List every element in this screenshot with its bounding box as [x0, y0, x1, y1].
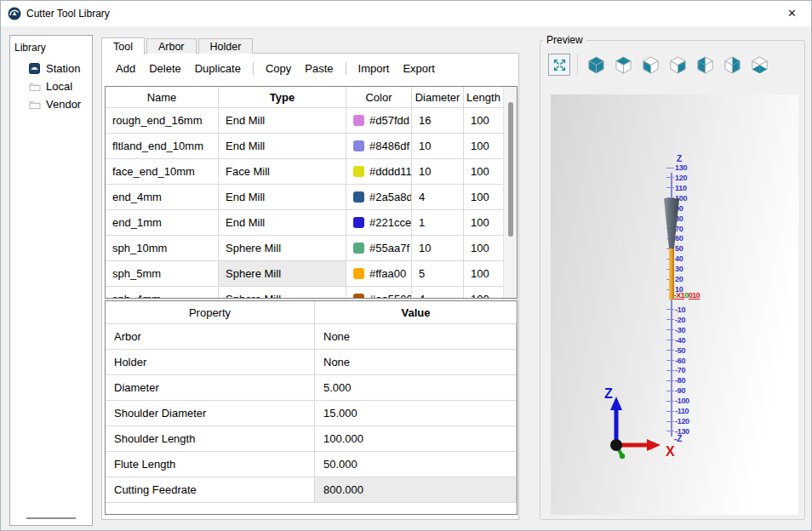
tick-label: -80: [675, 376, 685, 385]
cell-name: sph_5mm: [106, 261, 219, 286]
column-header-length: Length: [464, 87, 503, 107]
sidebar-item-station[interactable]: Station: [10, 60, 92, 77]
isometric-view-icon: [586, 55, 606, 75]
property-row[interactable]: ArborNone: [106, 324, 517, 350]
fit-view-button[interactable]: [548, 54, 570, 76]
left-iso-view-button[interactable]: [694, 54, 716, 76]
tick-label: -100: [675, 397, 689, 405]
sidebar-item-local[interactable]: Local: [10, 77, 92, 95]
tick-mark: [666, 421, 674, 422]
tick-mark: [666, 197, 674, 198]
front-view-button[interactable]: [639, 54, 661, 76]
tick-mark: [666, 269, 674, 270]
table-row[interactable]: fltland_end_10mmEnd Mill#8486df10100: [106, 134, 517, 159]
copy-button[interactable]: Copy: [260, 60, 296, 77]
tick-mark: [666, 289, 674, 290]
top-view-button[interactable]: [612, 54, 634, 76]
import-button[interactable]: Import: [353, 60, 395, 77]
table-row[interactable]: face_end_10mmFace Mill#dddd1110100: [106, 159, 517, 185]
cell-diameter: 4: [412, 185, 464, 209]
library-tree: Station Local Vendor: [10, 60, 92, 113]
back-iso-view-button[interactable]: [721, 54, 743, 76]
cell-name: rough_end_16mm: [106, 108, 219, 133]
vertical-scrollbar[interactable]: [503, 87, 517, 298]
close-icon[interactable]: ✕: [773, 1, 811, 26]
tick-label: 130: [675, 163, 687, 172]
tick-label: -30: [675, 326, 685, 334]
property-table: PropertyValue ArborNoneHolderNoneDiamete…: [105, 300, 518, 515]
z-tick: -50: [666, 345, 685, 356]
table-row[interactable]: sph_5mmSphere Mill#ffaa005100: [106, 261, 517, 287]
toolbar-separator: [253, 62, 254, 75]
titlebar: Cutter Tool Library ✕: [1, 1, 811, 26]
sidebar-item-vendor[interactable]: Vendor: [10, 95, 92, 113]
triad-origin: [610, 439, 622, 451]
tick-label: 90: [675, 204, 683, 213]
column-header-name: Name: [106, 87, 219, 107]
tick-label: 120: [675, 174, 687, 182]
tick-mark: [666, 218, 674, 219]
export-button[interactable]: Export: [397, 60, 440, 77]
cell-color: #d57fdd: [346, 108, 412, 133]
property-value: None: [315, 324, 517, 349]
z-tick: 90: [666, 203, 683, 214]
tab-holder[interactable]: Holder: [198, 38, 254, 54]
tick-mark: [666, 238, 674, 239]
cell-length: 100: [464, 134, 503, 158]
tick-mark: [666, 279, 674, 280]
property-row[interactable]: HolderNone: [106, 350, 517, 375]
isometric-view-button[interactable]: [585, 54, 607, 76]
paste-button[interactable]: Paste: [300, 60, 338, 77]
cell-diameter: 16: [412, 108, 464, 133]
cell-name: face_end_10mm: [106, 159, 219, 184]
preview-viewport[interactable]: 130120110100908070605040302010-10-20-30-…: [551, 94, 798, 515]
table-row[interactable]: sph_4mmSphere Mill#aa55004100: [106, 287, 517, 299]
tab-tool[interactable]: Tool: [101, 37, 145, 54]
x-ruler-pos: 010: [689, 291, 700, 300]
cell-length: 100: [464, 185, 503, 209]
property-row[interactable]: Shoulder Length100.000: [106, 426, 517, 452]
column-header-diameter: Diameter: [412, 87, 464, 107]
tick-label: -50: [675, 346, 685, 355]
add-button[interactable]: Add: [111, 60, 140, 77]
tick-label: 60: [675, 234, 683, 243]
property-value: 15.000: [315, 401, 517, 425]
y-axis-tip: [620, 454, 625, 459]
property-row[interactable]: Cutting Feedrate800.000: [106, 477, 517, 503]
property-row[interactable]: Flute Length50.000: [106, 452, 517, 477]
tick-label: -120: [675, 417, 689, 425]
table-row[interactable]: rough_end_16mmEnd Mill#d57fdd16100: [106, 108, 517, 134]
cell-color: #aa5500: [346, 287, 412, 299]
tick-mark: [666, 350, 674, 351]
tick-label: 70: [675, 225, 683, 233]
duplicate-button[interactable]: Duplicate: [190, 60, 246, 77]
table-row[interactable]: end_1mmEnd Mill#221cce1100: [106, 210, 517, 236]
color-swatch: [353, 115, 364, 126]
tool-table-body: rough_end_16mmEnd Mill#d57fdd16100fltlan…: [106, 108, 517, 299]
delete-button[interactable]: Delete: [144, 60, 186, 77]
x-axis-arrowhead: [647, 439, 660, 451]
panel-resize-handle[interactable]: [26, 517, 76, 519]
cell-length: 100: [464, 287, 503, 299]
cell-diameter: 10: [412, 159, 464, 184]
triad-z-label: Z: [604, 386, 613, 401]
property-row[interactable]: Diameter5.000: [106, 375, 517, 401]
property-row[interactable]: Shoulder Diameter15.000: [106, 401, 517, 426]
scrollbar-thumb[interactable]: [508, 102, 513, 237]
cell-color: #55aa7f: [346, 236, 412, 260]
tab-arbor[interactable]: Arbor: [146, 38, 197, 54]
bottom-view-button[interactable]: [748, 54, 770, 76]
tool-table-header: NameTypeColorDiameterLength: [106, 87, 517, 108]
right-view-button[interactable]: [666, 54, 689, 76]
table-row[interactable]: end_4mmEnd Mill#2a5a8d4100: [106, 185, 517, 210]
z-tick: 110: [666, 183, 687, 193]
top-view-icon: [614, 55, 633, 75]
column-header-color: Color: [346, 87, 412, 107]
cell-length: 100: [464, 261, 503, 286]
tick-label: -20: [675, 316, 685, 324]
z-tick: 70: [666, 224, 683, 234]
tick-label: -60: [675, 357, 685, 365]
table-row[interactable]: sph_10mmSphere Mill#55aa7f10100: [106, 236, 517, 261]
property-value: 100.000: [315, 426, 517, 451]
cell-diameter: 5: [412, 261, 464, 286]
